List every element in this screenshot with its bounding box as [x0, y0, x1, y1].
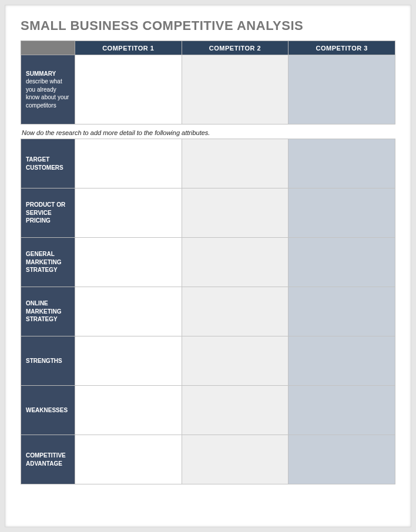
table-row: ONLINE MARKETING STRATEGY [21, 287, 395, 336]
document-page: SMALL BUSINESS COMPETITIVE ANALYSIS COMP… [5, 5, 411, 527]
cell-general-marketing-c2[interactable] [182, 238, 288, 287]
cell-strengths-c3[interactable] [288, 336, 395, 386]
attributes-table: TARGET CUSTOMERS PRODUCT OR SERVICE PRIC… [21, 139, 395, 484]
table-row: TARGET CUSTOMERS [21, 139, 395, 188]
cell-target-customers-c1[interactable] [75, 139, 182, 188]
cell-pricing-c3[interactable] [288, 188, 395, 238]
cell-competitive-advantage-c1[interactable] [75, 435, 182, 484]
cell-general-marketing-c3[interactable] [288, 238, 395, 287]
row-label-weaknesses: WEAKNESSES [21, 386, 75, 435]
table-row: GENERAL MARKETING STRATEGY [21, 238, 395, 287]
header-competitor-2: COMPETITOR 2 [182, 41, 288, 55]
cell-strengths-c1[interactable] [75, 336, 182, 386]
cell-online-marketing-c2[interactable] [182, 287, 288, 336]
summary-label: SUMMARY describe what you already know a… [21, 55, 75, 124]
table-row: COMPETITIVE ADVANTAGE [21, 435, 395, 484]
cell-strengths-c2[interactable] [182, 336, 288, 386]
cell-competitive-advantage-c2[interactable] [182, 435, 288, 484]
summary-table: COMPETITOR 1 COMPETITOR 2 COMPETITOR 3 S… [21, 41, 395, 124]
cell-general-marketing-c1[interactable] [75, 238, 182, 287]
instruction-text: Now do the research to add more detail t… [22, 129, 395, 136]
cell-pricing-c2[interactable] [182, 188, 288, 238]
summary-cell-c3[interactable] [288, 55, 395, 124]
header-competitor-3: COMPETITOR 3 [288, 41, 395, 55]
cell-weaknesses-c3[interactable] [288, 386, 395, 435]
row-label-target-customers: TARGET CUSTOMERS [21, 139, 75, 188]
cell-target-customers-c3[interactable] [288, 139, 395, 188]
cell-target-customers-c2[interactable] [182, 139, 288, 188]
row-label-general-marketing: GENERAL MARKETING STRATEGY [21, 238, 75, 287]
row-label-pricing: PRODUCT OR SERVICE PRICING [21, 188, 75, 238]
header-row: COMPETITOR 1 COMPETITOR 2 COMPETITOR 3 [21, 41, 395, 55]
cell-weaknesses-c2[interactable] [182, 386, 288, 435]
cell-online-marketing-c1[interactable] [75, 287, 182, 336]
cell-weaknesses-c1[interactable] [75, 386, 182, 435]
summary-cell-c1[interactable] [75, 55, 182, 124]
summary-row: SUMMARY describe what you already know a… [21, 55, 395, 124]
table-row: PRODUCT OR SERVICE PRICING [21, 188, 395, 238]
row-label-strengths: STRENGTHS [21, 336, 75, 386]
cell-pricing-c1[interactable] [75, 188, 182, 238]
cell-online-marketing-c3[interactable] [288, 287, 395, 336]
row-label-online-marketing: ONLINE MARKETING STRATEGY [21, 287, 75, 336]
header-corner [21, 41, 75, 55]
cell-competitive-advantage-c3[interactable] [288, 435, 395, 484]
table-row: WEAKNESSES [21, 386, 395, 435]
summary-cell-c2[interactable] [182, 55, 288, 124]
page-title: SMALL BUSINESS COMPETITIVE ANALYSIS [21, 18, 395, 33]
table-row: STRENGTHS [21, 336, 395, 386]
header-competitor-1: COMPETITOR 1 [75, 41, 182, 55]
summary-label-title: SUMMARY [26, 70, 56, 77]
row-label-competitive-advantage: COMPETITIVE ADVANTAGE [21, 435, 75, 484]
summary-label-sub: describe what you already know about you… [26, 78, 69, 109]
